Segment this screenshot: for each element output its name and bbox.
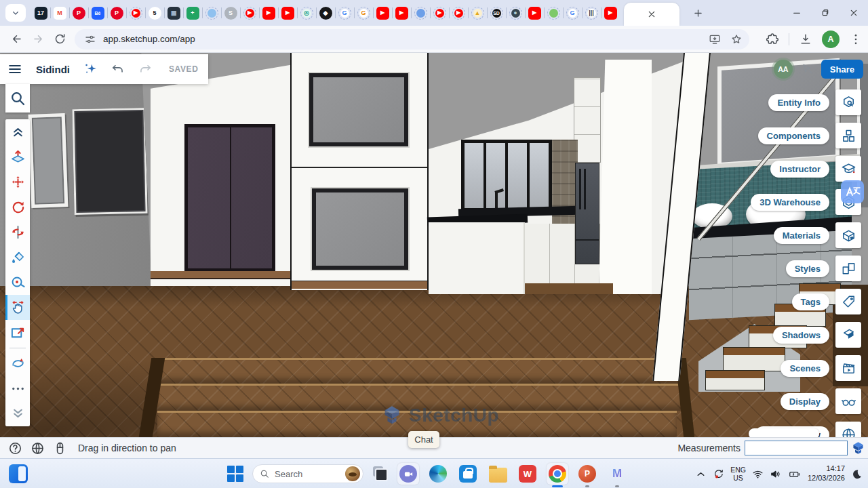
undo-button[interactable] [111, 62, 125, 77]
pinned-tab-tv17[interactable]: 17 [31, 0, 50, 26]
panel-button-materials[interactable] [835, 222, 861, 248]
extensions-icon[interactable] [766, 33, 779, 46]
maximize-button[interactable] [811, 0, 840, 26]
back-button[interactable] [5, 28, 27, 50]
pinned-tab-google[interactable]: G [354, 0, 373, 26]
globe-icon[interactable] [31, 441, 45, 455]
taskbar-chat-app[interactable] [397, 463, 419, 485]
flip-tool[interactable] [5, 220, 30, 245]
pinned-tab-youtube[interactable]: ▶ [373, 0, 392, 26]
task-view-button[interactable] [372, 465, 389, 483]
bookmark-star-icon[interactable] [730, 33, 743, 45]
pinned-tab-earth[interactable] [202, 0, 221, 26]
zoom-window-tool[interactable] [5, 320, 30, 345]
new-tab-button[interactable] [689, 4, 707, 22]
pinned-tab-google[interactable]: G [335, 0, 354, 26]
share-button[interactable]: Share [821, 60, 863, 79]
pinned-tab-circle-green[interactable] [544, 0, 563, 26]
model-title[interactable]: Sidindi [36, 64, 70, 75]
pinned-tab-globe-grey[interactable]: S [221, 0, 240, 26]
ai-sparkle-icon[interactable] [83, 62, 98, 77]
push-pull-tool[interactable] [5, 144, 30, 169]
pinned-tab-youtube[interactable]: ▶ [449, 0, 468, 26]
taskbar-powerpoint[interactable]: P [576, 463, 598, 485]
rotate-tool[interactable] [5, 195, 30, 220]
pinned-tab-youtube[interactable]: ▶ [392, 0, 411, 26]
pinned-tab-google[interactable]: G [563, 0, 582, 26]
pinned-tab-teal-app[interactable]: ◎ [297, 0, 316, 26]
pinned-tab-gmail[interactable]: M [50, 0, 69, 26]
tab-search-button[interactable] [5, 4, 26, 22]
focus-assist-moon-icon[interactable] [851, 468, 863, 480]
address-bar[interactable]: app.sketchup.com/app [75, 29, 749, 49]
pinned-tab-youtube[interactable]: ▶ [259, 0, 278, 26]
user-avatar[interactable]: AA [774, 60, 793, 79]
panel-button-components[interactable] [835, 123, 861, 148]
tape-measure-tool[interactable] [5, 270, 30, 295]
pinned-tab-youtube[interactable]: ▶ [240, 0, 259, 26]
panel-button-scenes[interactable] [835, 355, 861, 381]
pinned-tab-sphere[interactable] [411, 0, 430, 26]
taskbar-search[interactable]: Search [252, 464, 363, 483]
browser-profile-avatar[interactable]: A [822, 30, 840, 48]
menu-hamburger-icon[interactable] [7, 62, 22, 77]
close-tab-icon[interactable] [646, 9, 657, 20]
url-text[interactable]: app.sketchup.com/app [103, 34, 699, 44]
more-tools[interactable] [5, 376, 30, 401]
pinned-tab-sheets[interactable]: + [183, 0, 202, 26]
pinned-tab-behance[interactable]: Bē [88, 0, 107, 26]
redo-button[interactable] [138, 62, 153, 77]
collapse-toolbar[interactable] [5, 119, 30, 144]
pinned-tab-app-5[interactable]: 5 [145, 0, 164, 26]
taskbar-wps[interactable]: W [517, 463, 538, 485]
search-tool-button[interactable] [5, 84, 30, 113]
pinned-tab-pinterest[interactable]: P [107, 0, 126, 26]
wifi-icon[interactable] [752, 468, 764, 480]
forward-button[interactable] [27, 28, 49, 50]
pinned-tab-black-app[interactable]: ◆ [316, 0, 335, 26]
pinned-tab-youtube[interactable]: ▶ [525, 0, 544, 26]
pinned-tab-bars-app[interactable]: ||| [582, 0, 601, 26]
chat-button[interactable]: Chat [408, 431, 439, 448]
orbit-tool[interactable] [5, 351, 30, 376]
taskbar-store[interactable] [457, 463, 479, 485]
active-tab-sketchup[interactable] [624, 3, 679, 26]
battery-icon[interactable] [787, 468, 802, 480]
search-daily-image[interactable] [345, 466, 360, 481]
help-icon[interactable] [8, 441, 22, 455]
translate-extension-icon[interactable] [841, 180, 864, 203]
language-indicator[interactable]: ENG US [730, 466, 746, 482]
site-settings-icon[interactable] [84, 33, 96, 45]
panel-button-shadows[interactable] [835, 322, 861, 348]
taskbar-file-explorer[interactable] [487, 463, 509, 485]
expand-toolbar[interactable] [5, 401, 30, 426]
taskbar-chrome[interactable] [547, 463, 568, 485]
sync-recording-icon[interactable] [713, 468, 724, 480]
panel-button-upgrade[interactable] [835, 422, 861, 437]
sketchup-viewport[interactable]: SketchUp Sidindi SAVED AA Share Entity I… [0, 53, 868, 437]
pinned-tab-pinterest[interactable]: P [69, 0, 88, 26]
downloads-icon[interactable] [799, 33, 812, 46]
minimize-button[interactable] [783, 0, 811, 26]
panel-button-styles[interactable] [835, 256, 861, 281]
close-window-button[interactable] [840, 0, 868, 26]
pinned-tab-lamp[interactable]: ▲ [468, 0, 487, 26]
panel-button-display[interactable] [835, 388, 861, 414]
panel-button-entity-info[interactable] [835, 89, 861, 115]
measurements-input[interactable] [745, 441, 848, 455]
pinned-tab-youtube[interactable]: ▶ [126, 0, 145, 26]
volume-icon[interactable] [770, 468, 781, 480]
move-tool[interactable] [5, 169, 30, 195]
clock[interactable]: 14:17 12/03/2026 [808, 464, 845, 483]
pinned-tab-youtube[interactable]: ▶ [278, 0, 297, 26]
pinned-tab-youtube[interactable]: ▶ [430, 0, 449, 26]
panel-button-instructor[interactable] [835, 156, 861, 182]
taskbar-m-app[interactable]: M [606, 463, 628, 485]
pinned-tab-profile-dark[interactable]: ● [506, 0, 525, 26]
browser-menu-icon[interactable] [849, 33, 863, 46]
taskbar-edge[interactable] [427, 463, 449, 485]
widgets-icon[interactable] [9, 464, 28, 483]
install-app-icon[interactable] [709, 33, 721, 45]
paint-tool[interactable] [5, 245, 30, 270]
pan-tool[interactable] [5, 295, 30, 320]
